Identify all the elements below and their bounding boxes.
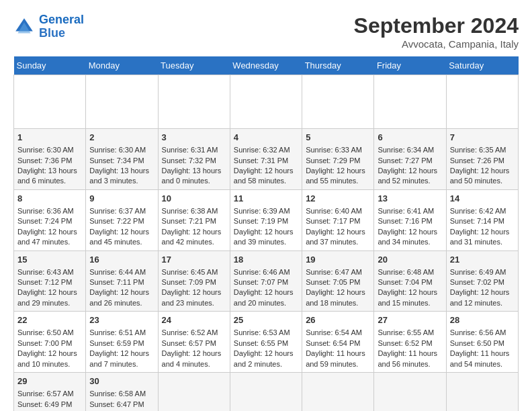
calendar-cell: 28Sunrise: 6:56 AMSunset: 6:50 PMDayligh… [446,312,518,373]
col-friday: Friday [374,56,446,75]
sunset-text: Sunset: 7:16 PM [378,216,442,226]
sunset-text: Sunset: 7:36 PM [17,156,82,166]
calendar-cell [14,75,86,129]
sunrise-text: Sunrise: 6:55 AM [378,328,442,338]
day-number: 20 [378,254,442,266]
logo-text: General Blue [39,13,84,40]
sunrise-text: Sunrise: 6:40 AM [306,206,370,216]
day-number: 13 [378,193,442,205]
day-number: 28 [450,314,515,326]
calendar-cell: 7Sunrise: 6:35 AMSunset: 7:26 PMDaylight… [446,129,518,190]
sunrise-text: Sunrise: 6:31 AM [162,145,226,155]
col-wednesday: Wednesday [230,56,302,75]
sunrise-text: Sunrise: 6:47 AM [306,267,370,277]
calendar-cell: 4Sunrise: 6:32 AMSunset: 7:31 PMDaylight… [230,129,302,190]
daylight-text: Daylight: 12 hours and 23 minutes. [162,287,226,308]
month-title: September 2024 [354,13,519,38]
day-number: 17 [162,254,226,266]
sunset-text: Sunset: 7:14 PM [450,216,515,226]
daylight-text: Daylight: 12 hours and 39 minutes. [234,227,298,248]
calendar-cell: 5Sunrise: 6:33 AMSunset: 7:29 PMDaylight… [302,129,374,190]
sunset-text: Sunset: 7:00 PM [17,338,82,349]
calendar-cell: 13Sunrise: 6:41 AMSunset: 7:16 PMDayligh… [374,189,446,250]
sunset-text: Sunset: 7:07 PM [234,277,298,287]
sunset-text: Sunset: 7:05 PM [306,277,370,287]
sunrise-text: Sunrise: 6:36 AM [17,206,82,216]
day-number: 25 [234,314,298,326]
sunrise-text: Sunrise: 6:43 AM [17,267,82,277]
logo-line2: Blue [39,26,65,40]
daylight-text: Daylight: 12 hours and 37 minutes. [306,227,370,248]
day-number: 7 [450,132,515,144]
calendar-cell: 3Sunrise: 6:31 AMSunset: 7:32 PMDaylight… [158,129,230,190]
day-number: 14 [450,193,515,205]
calendar-cell [446,75,518,129]
day-number: 5 [306,132,370,144]
sunset-text: Sunset: 7:32 PM [162,156,226,166]
daylight-text: Daylight: 12 hours and 52 minutes. [378,166,442,187]
daylight-text: Daylight: 12 hours and 58 minutes. [234,166,298,187]
sunset-text: Sunset: 7:02 PM [450,277,515,287]
day-number: 22 [17,314,82,326]
calendar-cell: 12Sunrise: 6:40 AMSunset: 7:17 PMDayligh… [302,189,374,250]
calendar-cell: 24Sunrise: 6:52 AMSunset: 6:57 PMDayligh… [158,312,230,373]
sunrise-text: Sunrise: 6:52 AM [162,328,226,338]
calendar-cell: 20Sunrise: 6:48 AMSunset: 7:04 PMDayligh… [374,250,446,312]
sunrise-text: Sunrise: 6:30 AM [17,145,82,155]
daylight-text: Daylight: 12 hours and 55 minutes. [306,166,370,187]
day-number: 24 [162,314,226,326]
sunset-text: Sunset: 6:47 PM [89,400,154,410]
sunrise-text: Sunrise: 6:32 AM [234,145,298,155]
sunset-text: Sunset: 7:31 PM [234,156,298,166]
calendar-week-3: 15Sunrise: 6:43 AMSunset: 7:12 PMDayligh… [14,250,519,312]
logo-icon [13,16,35,38]
sunset-text: Sunset: 6:54 PM [306,338,370,349]
daylight-text: Daylight: 12 hours and 4 minutes. [162,349,226,369]
daylight-text: Daylight: 12 hours and 26 minutes. [89,287,154,308]
day-number: 27 [378,314,442,326]
day-number: 16 [89,254,154,266]
col-monday: Monday [86,56,158,75]
sunset-text: Sunset: 6:57 PM [162,338,226,349]
calendar-cell: 8Sunrise: 6:36 AMSunset: 7:24 PMDaylight… [14,189,86,250]
calendar-week-2: 8Sunrise: 6:36 AMSunset: 7:24 PMDaylight… [14,189,519,250]
col-saturday: Saturday [446,56,518,75]
calendar-cell: 27Sunrise: 6:55 AMSunset: 6:52 PMDayligh… [374,312,446,373]
sunrise-text: Sunrise: 6:54 AM [306,328,370,338]
daylight-text: Daylight: 11 hours and 59 minutes. [306,349,370,369]
sunset-text: Sunset: 7:21 PM [162,216,226,226]
title-block: September 2024 Avvocata, Campania, Italy [354,13,519,50]
calendar-cell [302,373,374,412]
sunrise-text: Sunrise: 6:45 AM [162,267,226,277]
sunrise-text: Sunrise: 6:48 AM [378,267,442,277]
sunrise-text: Sunrise: 6:33 AM [306,145,370,155]
calendar-cell: 16Sunrise: 6:44 AMSunset: 7:11 PMDayligh… [86,250,158,312]
sunset-text: Sunset: 7:04 PM [378,277,442,287]
calendar-body: 1Sunrise: 6:30 AMSunset: 7:36 PMDaylight… [14,75,519,412]
calendar-cell: 14Sunrise: 6:42 AMSunset: 7:14 PMDayligh… [446,189,518,250]
daylight-text: Daylight: 13 hours and 0 minutes. [162,166,226,187]
sunrise-text: Sunrise: 6:51 AM [89,328,154,338]
daylight-text: Daylight: 12 hours and 10 minutes. [17,349,82,369]
day-number: 1 [17,132,82,144]
calendar-cell [374,373,446,412]
day-number: 19 [306,254,370,266]
calendar-cell [446,373,518,412]
sunset-text: Sunset: 6:50 PM [450,338,515,349]
sunset-text: Sunset: 6:52 PM [378,338,442,349]
calendar-week-1: 1Sunrise: 6:30 AMSunset: 7:36 PMDaylight… [14,129,519,190]
day-number: 2 [89,132,154,144]
sunset-text: Sunset: 6:49 PM [17,400,82,410]
sunrise-text: Sunrise: 6:44 AM [89,267,154,277]
day-number: 11 [234,193,298,205]
calendar-cell [374,75,446,129]
calendar-cell [230,373,302,412]
daylight-text: Daylight: 12 hours and 31 minutes. [450,227,515,248]
daylight-text: Daylight: 12 hours and 47 minutes. [17,227,82,248]
sunset-text: Sunset: 7:24 PM [17,216,82,226]
sunset-text: Sunset: 7:19 PM [234,216,298,226]
day-number: 12 [306,193,370,205]
sunset-text: Sunset: 7:22 PM [89,216,154,226]
daylight-text: Daylight: 12 hours and 7 minutes. [89,349,154,369]
calendar-cell: 26Sunrise: 6:54 AMSunset: 6:54 PMDayligh… [302,312,374,373]
